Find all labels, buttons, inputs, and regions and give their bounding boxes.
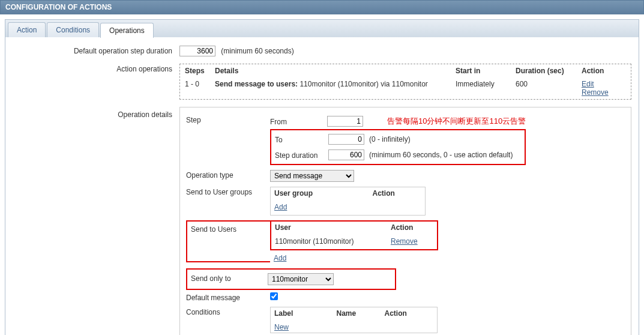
from-input[interactable] <box>327 116 363 127</box>
ops-row-start: Immediately <box>451 77 511 99</box>
send-users-label: Send to Users <box>186 220 270 262</box>
default-msg-checkbox[interactable] <box>270 292 278 300</box>
ops-col-action: Action <box>577 64 631 77</box>
default-step-duration-label: Default operation step duration <box>5 46 179 56</box>
ops-row-steps: 1 - 0 <box>180 77 210 99</box>
to-hint: (0 - infinitely) <box>369 135 411 143</box>
users-row-user: 110monitor (110monitor) <box>271 234 391 250</box>
step-duration-input[interactable] <box>328 149 364 160</box>
step-label: Step <box>186 115 270 124</box>
send-only-label: Send only to <box>191 273 268 283</box>
users-col-user: User <box>271 221 391 234</box>
page-title: CONFIGURATION OF ACTIONS <box>5 3 112 11</box>
ops-col-start: Start in <box>451 64 511 77</box>
tab-bar: Action Conditions Operations <box>5 19 639 37</box>
op-type-label: Operation type <box>186 170 270 180</box>
cond-col-action: Action <box>385 307 438 320</box>
groups-add-link[interactable]: Add <box>274 203 287 211</box>
action-operations-box: Steps Details Start in Duration (sec) Ac… <box>179 64 631 100</box>
ops-row-details: Send message to users: 110monitor (110mo… <box>210 77 451 99</box>
from-label: From <box>270 116 327 126</box>
users-row-remove-link[interactable]: Remove <box>391 237 418 246</box>
ops-col-steps: Steps <box>180 64 210 77</box>
tab-operations[interactable]: Operations <box>100 23 154 38</box>
users-col-action: Action <box>391 221 438 234</box>
users-add-link[interactable]: Add <box>274 254 286 262</box>
cond-col-name: Name <box>337 307 385 320</box>
default-msg-label: Default message <box>186 292 270 302</box>
ops-row: 1 - 0 Send message to users: 110monitor … <box>180 77 631 99</box>
to-input[interactable] <box>328 134 364 145</box>
send-groups-label: Send to User groups <box>186 187 270 196</box>
step-duration-label: Step duration <box>275 150 328 160</box>
tab-conditions[interactable]: Conditions <box>47 22 99 37</box>
ops-row-remove-link[interactable]: Remove <box>582 88 609 97</box>
action-operations-label: Action operations <box>5 64 179 100</box>
annotation-text: 告警每隔10分钟不间断更新至110云告警 <box>387 116 526 127</box>
groups-col-action: Action <box>373 187 426 200</box>
page-header: CONFIGURATION OF ACTIONS <box>0 0 644 14</box>
conditions-label: Conditions <box>186 307 270 316</box>
operation-details-label: Operation details <box>5 107 179 335</box>
op-type-select[interactable]: Send message <box>270 170 354 182</box>
tab-action[interactable]: Action <box>8 22 46 37</box>
groups-col-group: User group <box>271 187 373 200</box>
ops-col-details: Details <box>210 64 451 77</box>
default-step-duration-input[interactable] <box>179 46 215 56</box>
operation-details-box: Step From 告警每隔10分钟不间断更新至110云告警 To (0 - i… <box>179 107 631 335</box>
send-only-select[interactable]: 110monitor <box>268 273 334 285</box>
ops-row-duration: 600 <box>511 77 577 99</box>
ops-col-duration: Duration (sec) <box>511 64 577 77</box>
cond-col-label: Label <box>271 307 337 320</box>
step-duration-hint: (minimum 60 seconds, 0 - use action defa… <box>369 151 513 159</box>
default-step-duration-hint: (minimum 60 seconds) <box>221 47 293 55</box>
ops-row-edit-link[interactable]: Edit <box>582 80 594 88</box>
to-label: To <box>275 134 328 144</box>
cond-new-link[interactable]: New <box>274 323 289 331</box>
